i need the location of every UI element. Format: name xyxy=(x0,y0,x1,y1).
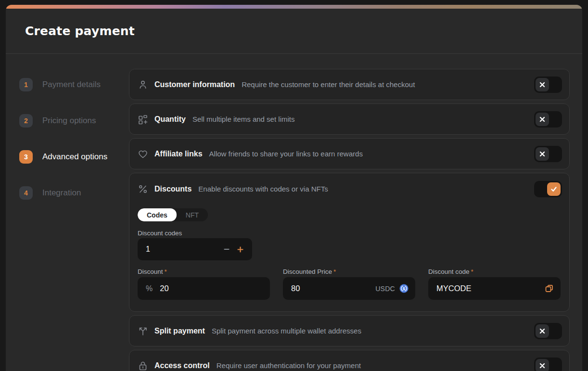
option-title: Discounts xyxy=(154,185,192,193)
plus-button[interactable] xyxy=(235,244,245,255)
required-mark: * xyxy=(165,268,167,275)
x-icon xyxy=(539,82,545,88)
step-number-badge: 3 xyxy=(19,150,33,164)
discount-fields: Discount* % 20 Discounted Price* 80 USDC xyxy=(138,268,561,300)
toggle-knob xyxy=(536,78,549,91)
steps-sidebar: 1 Payment details 2 Pricing options 3 Ad… xyxy=(6,54,129,371)
step-number-badge: 2 xyxy=(19,114,33,128)
split-arrows-icon xyxy=(138,326,148,336)
options-panel: Customer information Require the custome… xyxy=(129,54,582,371)
discount-code-value[interactable]: MYCODE xyxy=(436,284,545,293)
required-mark: * xyxy=(471,268,473,275)
option-affiliate-links: Affiliate links Allow friends to share y… xyxy=(129,138,570,169)
discounted-price-field: Discounted Price* 80 USDC $ xyxy=(283,268,415,300)
option-description: Require user authentication for your pay… xyxy=(217,361,361,370)
heart-icon xyxy=(138,149,148,159)
percent-prefix: % xyxy=(146,284,153,293)
discount-value[interactable]: 20 xyxy=(160,284,263,293)
option-discounts-card: Discounts Enable discounts with codes or… xyxy=(129,173,570,312)
step-label: Pricing options xyxy=(42,116,96,126)
step-pricing-options[interactable]: 2 Pricing options xyxy=(19,114,129,128)
discounts-body: Codes NFT Discount codes 1 xyxy=(129,205,569,311)
affiliate-links-toggle[interactable] xyxy=(534,146,562,162)
toggle-knob xyxy=(547,182,561,196)
discounts-header-row: Discounts Enable discounts with codes or… xyxy=(129,173,569,205)
toggle-knob xyxy=(536,147,549,161)
option-title: Access control xyxy=(154,361,210,370)
option-title: Split payment xyxy=(154,327,205,335)
discount-input[interactable]: % 20 xyxy=(138,277,270,300)
step-label: Advanced options xyxy=(42,152,107,162)
option-description: Enable discounts with codes or via NFTs xyxy=(198,185,328,193)
discount-field: Discount* % 20 xyxy=(138,268,270,300)
step-integration[interactable]: 4 Integration xyxy=(19,186,129,200)
page-title: Create payment xyxy=(25,24,135,38)
discounted-price-input[interactable]: 80 USDC $ xyxy=(283,277,415,300)
quantity-toggle[interactable] xyxy=(534,111,562,128)
x-icon xyxy=(539,363,545,369)
required-mark: * xyxy=(333,268,336,275)
minus-button[interactable] xyxy=(221,244,232,255)
check-icon xyxy=(550,186,557,192)
discount-label: Discount xyxy=(138,268,163,275)
discounted-price-label: Discounted Price xyxy=(283,268,332,275)
x-icon xyxy=(539,328,545,334)
discount-code-input[interactable]: MYCODE xyxy=(428,277,561,300)
create-payment-modal: Create payment 1 Payment details 2 Prici… xyxy=(6,5,582,371)
step-number-badge: 1 xyxy=(19,78,33,91)
usdc-icon: $ xyxy=(399,284,409,293)
discounts-toggle[interactable] xyxy=(534,181,562,197)
access-control-toggle[interactable] xyxy=(534,358,562,371)
option-title: Customer information xyxy=(154,80,235,89)
minus-icon xyxy=(223,246,230,253)
discount-codes-stepper[interactable]: 1 xyxy=(138,238,252,260)
customer-information-toggle[interactable] xyxy=(534,77,562,93)
step-label: Integration xyxy=(42,188,81,198)
step-payment-details[interactable]: 1 Payment details xyxy=(19,78,129,91)
gradient-accent-bar xyxy=(6,5,582,9)
toggle-knob xyxy=(536,359,549,371)
option-title: Quantity xyxy=(154,115,186,124)
quantity-icon xyxy=(138,114,148,125)
lock-icon xyxy=(138,360,148,371)
svg-text:$: $ xyxy=(403,286,405,291)
tab-nft[interactable]: NFT xyxy=(177,208,208,221)
discount-type-tabs: Codes NFT xyxy=(138,208,208,221)
option-description: Split payment across multiple wallet add… xyxy=(212,327,361,335)
tab-codes[interactable]: Codes xyxy=(138,208,177,221)
x-icon xyxy=(539,151,545,157)
discount-codes-label: Discount codes xyxy=(138,230,561,237)
user-icon xyxy=(138,79,148,90)
option-description: Allow friends to share your links to ear… xyxy=(209,150,363,158)
option-title: Affiliate links xyxy=(154,150,203,158)
copy-button[interactable] xyxy=(545,284,554,293)
step-advanced-options[interactable]: 3 Advanced options xyxy=(19,150,129,164)
option-description: Sell multiple items and set limits xyxy=(192,115,295,123)
split-payment-toggle[interactable] xyxy=(534,323,562,339)
modal-header: Create payment xyxy=(6,9,582,53)
discount-code-field: Discount code* MYCODE xyxy=(428,268,561,300)
copy-icon xyxy=(545,284,554,293)
currency-label: USDC xyxy=(375,285,395,293)
percent-icon xyxy=(138,184,148,194)
toggle-knob xyxy=(536,324,549,338)
x-icon xyxy=(539,116,545,122)
toggle-knob xyxy=(536,113,549,126)
stepper-value[interactable]: 1 xyxy=(146,245,221,254)
discounted-price-value[interactable]: 80 xyxy=(291,284,375,293)
option-quantity: Quantity Sell multiple items and set lim… xyxy=(129,103,570,135)
discount-code-label: Discount code xyxy=(428,268,470,275)
option-split-payment: Split payment Split payment across multi… xyxy=(129,315,570,346)
plus-icon xyxy=(237,246,244,253)
option-access-control: Access control Require user authenticati… xyxy=(129,350,570,371)
option-customer-information: Customer information Require the custome… xyxy=(129,69,570,100)
step-number-badge: 4 xyxy=(19,186,33,200)
step-label: Payment details xyxy=(42,80,101,90)
option-description: Require the customer to enter their deta… xyxy=(242,80,415,89)
